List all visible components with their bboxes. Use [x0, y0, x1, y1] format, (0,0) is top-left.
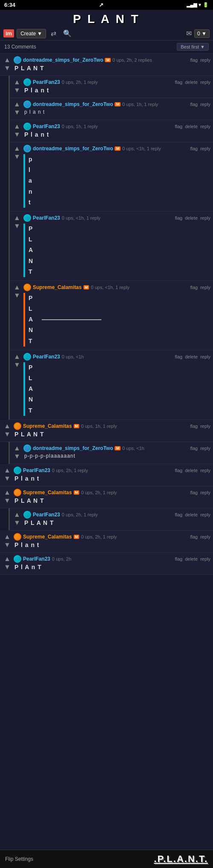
upvote-button[interactable]: ▲ — [3, 56, 11, 64]
search-button[interactable]: 🔍 — [61, 29, 74, 38]
upvote-button[interactable]: ▲ — [13, 123, 21, 130]
create-button[interactable]: Create ▼ — [17, 29, 46, 38]
flag-link[interactable]: flag — [190, 490, 198, 495]
comment-meta: PearlFan23 0 ups, 2h, 1 reply flag delet… — [23, 511, 210, 519]
reply-link[interactable]: reply — [200, 285, 210, 290]
reply-link[interactable]: reply — [200, 424, 210, 429]
flag-link[interactable]: flag — [190, 534, 198, 539]
comment-block: ▲ ▼ PearlFan23 0 ups, 2h, 1 reply flag d… — [0, 464, 213, 486]
username: Supreme_Calamitas — [23, 423, 72, 429]
mod-badge: M — [115, 146, 121, 151]
flag-link[interactable]: flag — [190, 57, 198, 63]
downvote-button[interactable]: ▼ — [3, 541, 11, 549]
upvote-button[interactable]: ▲ — [3, 533, 11, 541]
delete-link[interactable]: delete — [185, 556, 198, 561]
flag-link[interactable]: flag — [175, 512, 182, 517]
delete-link[interactable]: delete — [185, 512, 198, 517]
flag-link[interactable]: flag — [175, 124, 182, 129]
mod-badge: M — [74, 424, 80, 428]
reply-link[interactable]: reply — [200, 124, 210, 129]
comment-block: ▲ ▼ PearlFan23 0 ups, <1h, 1 reply flag … — [9, 212, 213, 281]
sort-button[interactable]: Best first ▼ — [177, 43, 209, 51]
comment-text: P l a n t — [23, 131, 210, 138]
flip-settings-button[interactable]: Flip Settings — [5, 856, 33, 862]
upvote-button[interactable]: ▲ — [3, 422, 11, 430]
downvote-button[interactable]: ▼ — [3, 64, 11, 72]
upvote-button[interactable]: ▲ — [13, 78, 21, 86]
meta-info: 0 ups, 2h, 1 reply — [62, 512, 98, 517]
flag-link[interactable]: flag — [175, 80, 182, 85]
flag-link[interactable]: flag — [175, 215, 182, 221]
avatar — [23, 123, 31, 130]
downvote-button[interactable]: ▼ — [13, 109, 21, 116]
downvote-button[interactable]: ▼ — [13, 86, 21, 94]
mail-icon[interactable]: ✉ — [186, 29, 192, 37]
downvote-button[interactable]: ▼ — [13, 292, 21, 299]
comment-row: ▲ ▼ PearlFan23 0 ups, 2h, 1 reply flag d… — [12, 78, 210, 94]
reply-link[interactable]: reply — [200, 102, 210, 107]
downvote-button[interactable]: ▼ — [3, 563, 11, 571]
downvote-button[interactable]: ▼ — [13, 153, 21, 160]
reply-link[interactable]: reply — [200, 446, 210, 451]
flag-link[interactable]: flag — [175, 556, 182, 561]
reply-link[interactable]: reply — [200, 468, 210, 473]
flag-link[interactable]: flag — [190, 285, 198, 290]
flag-link[interactable]: flag — [175, 468, 182, 473]
comment-block: ▲ ▼ PearlFan23 0 ups, 2h, 1 reply flag d… — [9, 508, 213, 530]
reply-link[interactable]: reply — [200, 354, 210, 359]
downvote-button[interactable]: ▼ — [3, 475, 11, 482]
upvote-button[interactable]: ▲ — [13, 444, 21, 452]
downvote-button[interactable]: ▼ — [13, 519, 21, 527]
reply-link[interactable]: reply — [200, 490, 210, 495]
downvote-button[interactable]: ▼ — [3, 497, 11, 504]
comment-text: P l a n t — [23, 87, 210, 94]
reply-link[interactable]: reply — [200, 57, 210, 63]
upvote-button[interactable]: ▲ — [3, 555, 11, 563]
meta-info: 0 ups, <1h, 1 reply — [122, 146, 161, 151]
flag-link[interactable]: flag — [190, 446, 198, 451]
avatar — [23, 284, 31, 291]
downvote-button[interactable]: ▼ — [13, 361, 21, 369]
reply-link[interactable]: reply — [200, 146, 210, 151]
upvote-button[interactable]: ▲ — [13, 511, 21, 519]
upvote-button[interactable]: ▲ — [13, 145, 21, 152]
flag-link[interactable]: flag — [190, 424, 198, 429]
comment-text: P L A N T — [14, 65, 210, 72]
delete-link[interactable]: delete — [185, 354, 198, 359]
reply-link[interactable]: reply — [200, 215, 210, 221]
upvote-button[interactable]: ▲ — [13, 353, 21, 361]
delete-link[interactable]: delete — [185, 80, 198, 85]
downvote-button[interactable]: ▼ — [13, 453, 21, 460]
reply-link[interactable]: reply — [200, 512, 210, 517]
comment-meta: PearlFan23 0 ups, 2h, 1 reply flag delet… — [14, 467, 210, 474]
upvote-button[interactable]: ▲ — [3, 489, 11, 496]
downvote-button[interactable]: ▼ — [13, 222, 21, 230]
reply-link[interactable]: reply — [200, 534, 210, 539]
delete-link[interactable]: delete — [185, 468, 198, 473]
upvote-button[interactable]: ▲ — [13, 214, 21, 222]
comment-row: ▲ ▼ PearlFan23 0 ups, <1h flag delete re… — [12, 353, 210, 416]
notifications-button[interactable]: 0 ▼ — [194, 29, 210, 38]
imgflip-logo[interactable]: im — [3, 29, 14, 37]
shuffle-button[interactable]: ⇄ — [49, 29, 58, 38]
comment-row: ▲ ▼ Supreme_Calamitas M 0 ups, 1h, 1 rep… — [3, 422, 210, 438]
reply-link[interactable]: reply — [200, 556, 210, 561]
upvote-button[interactable]: ▲ — [3, 467, 11, 474]
comment-row: ▲ ▼ PearlFan23 0 ups, <1h, 1 reply flag … — [12, 214, 210, 277]
meta-info: 0 ups, 2h — [52, 556, 71, 561]
upvote-button[interactable]: ▲ — [13, 100, 21, 108]
downvote-button[interactable]: ▼ — [13, 131, 21, 138]
delete-link[interactable]: delete — [185, 124, 198, 129]
comment-main: Supreme_Calamitas M 0 ups, 2h, 1 reply f… — [14, 533, 210, 548]
flag-link[interactable]: flag — [190, 102, 198, 107]
reply-link[interactable]: reply — [200, 80, 210, 85]
downvote-button[interactable]: ▼ — [3, 430, 11, 438]
action-links: flag delete reply — [175, 512, 210, 517]
upvote-button[interactable]: ▲ — [13, 284, 21, 291]
delete-link[interactable]: delete — [185, 215, 198, 221]
flag-link[interactable]: flag — [175, 354, 182, 359]
action-links: flag reply — [190, 424, 210, 429]
flag-link[interactable]: flag — [190, 146, 198, 151]
comment-main: Supreme_Calamitas M 0 ups, 1h, 1 reply f… — [14, 422, 210, 438]
comment-main: dontreadme_simps_for_ZeroTwo M 0 ups, <1… — [23, 145, 210, 208]
